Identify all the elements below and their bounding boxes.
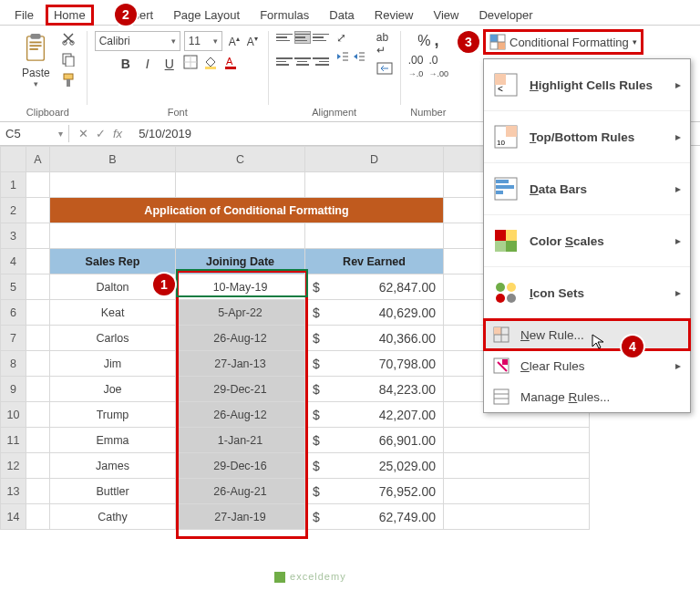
- menu-color-scales[interactable]: Color Scales ▸: [484, 215, 690, 267]
- percent-icon[interactable]: %: [417, 33, 430, 49]
- row-header[interactable]: 13: [1, 479, 26, 504]
- cell-joining-date[interactable]: 26-Aug-21: [176, 479, 305, 504]
- cell-rev-earned[interactable]: $76,952.00: [305, 479, 444, 504]
- cell-joining-date[interactable]: 5-Apr-22: [176, 300, 305, 326]
- row-header[interactable]: 3: [1, 223, 26, 249]
- row-header[interactable]: 7: [1, 326, 26, 351]
- col-header-C[interactable]: C: [176, 147, 305, 172]
- row-header[interactable]: 6: [1, 300, 26, 326]
- row-header[interactable]: 1: [1, 172, 26, 198]
- cell-rev-earned[interactable]: $25,029.00: [305, 453, 444, 479]
- row-header[interactable]: 5: [1, 274, 26, 300]
- align-left-icon[interactable]: [276, 56, 293, 68]
- conditional-formatting-button[interactable]: Conditional Formatting ▾: [483, 29, 643, 55]
- col-header-A[interactable]: A: [26, 147, 50, 172]
- font-color-icon[interactable]: A: [223, 55, 238, 72]
- cell-rev-earned[interactable]: $42,207.00: [305, 402, 444, 428]
- align-top-icon[interactable]: [276, 31, 293, 44]
- font-name-select[interactable]: Calibri▾: [95, 31, 180, 51]
- cell-rev-earned[interactable]: $70,798.00: [305, 351, 444, 377]
- cell-sales-rep[interactable]: Trump: [50, 402, 176, 428]
- underline-button[interactable]: U: [161, 57, 178, 71]
- font-size-select[interactable]: 11▾: [184, 31, 222, 51]
- cell-sales-rep[interactable]: Cathy: [50, 504, 176, 530]
- increase-indent-icon[interactable]: [353, 50, 365, 66]
- cell-joining-date[interactable]: 26-Aug-12: [176, 326, 305, 351]
- col-header-B[interactable]: B: [50, 147, 176, 172]
- align-middle-icon[interactable]: [294, 31, 311, 44]
- menu-icon-sets[interactable]: Icon Sets ▸: [484, 267, 690, 319]
- cell-joining-date[interactable]: 27-Jan-19: [176, 504, 305, 530]
- cell-joining-date[interactable]: 29-Dec-21: [176, 377, 305, 402]
- cell-rev-earned[interactable]: $40,629.00: [305, 300, 444, 326]
- increase-decimal-icon[interactable]: .00→.0: [408, 54, 424, 79]
- row-header[interactable]: 9: [1, 377, 26, 402]
- col-header-D[interactable]: D: [305, 147, 444, 172]
- align-right-icon[interactable]: [313, 56, 329, 68]
- bold-button[interactable]: B: [118, 57, 134, 71]
- decrease-indent-icon[interactable]: [336, 50, 349, 66]
- row-header[interactable]: 8: [1, 351, 26, 377]
- cell-rev-earned[interactable]: $62,749.00: [305, 504, 444, 530]
- orientation-icon[interactable]: ⤢: [336, 31, 365, 45]
- increase-font-icon[interactable]: A▴: [226, 34, 242, 49]
- tab-home[interactable]: Home: [46, 5, 93, 25]
- merge-icon[interactable]: [376, 62, 393, 78]
- enter-formula-icon[interactable]: ✓: [96, 127, 106, 140]
- align-bottom-icon[interactable]: [313, 31, 329, 44]
- align-center-icon[interactable]: [294, 56, 311, 68]
- menu-manage-rules[interactable]: Manage Rules...: [484, 381, 690, 412]
- wrap-text-icon[interactable]: ab↵: [376, 31, 393, 57]
- cell-joining-date[interactable]: 29-Dec-16: [176, 453, 305, 479]
- row-header[interactable]: 10: [1, 402, 26, 428]
- svg-rect-1: [31, 34, 41, 39]
- tab-data[interactable]: Data: [322, 5, 361, 25]
- cut-icon[interactable]: [61, 31, 79, 48]
- decrease-font-icon[interactable]: A▾: [244, 34, 261, 49]
- cell-joining-date[interactable]: 1-Jan-21: [176, 428, 305, 453]
- row-header[interactable]: 11: [1, 428, 26, 453]
- tab-view[interactable]: View: [426, 5, 466, 25]
- comma-icon[interactable]: ,: [434, 31, 438, 50]
- cell-rev-earned[interactable]: $40,366.00: [305, 326, 444, 351]
- select-all-corner[interactable]: [1, 147, 26, 172]
- cell-sales-rep[interactable]: Buttler: [50, 479, 176, 504]
- decrease-decimal-icon[interactable]: .0→.00: [428, 54, 448, 79]
- tab-page-layout[interactable]: Page Layout: [166, 5, 247, 25]
- fill-color-icon[interactable]: [203, 55, 218, 72]
- cell-rev-earned[interactable]: $66,901.00: [305, 428, 444, 453]
- copy-icon[interactable]: [61, 52, 79, 69]
- cell-sales-rep[interactable]: Emma: [50, 428, 176, 453]
- fx-icon[interactable]: fx: [113, 127, 122, 140]
- cell-joining-date[interactable]: 27-Jan-13: [176, 351, 305, 377]
- menu-new-rule[interactable]: New Rule...: [484, 319, 690, 350]
- tab-developer[interactable]: Developer: [471, 5, 540, 25]
- cell-joining-date[interactable]: 10-May-19: [176, 274, 305, 300]
- menu-top-bottom[interactable]: 10 Top/Bottom Rules ▸: [484, 111, 690, 163]
- row-header[interactable]: 4: [1, 249, 26, 274]
- menu-data-bars[interactable]: Data Bars ▸: [484, 163, 690, 215]
- row-header[interactable]: 12: [1, 453, 26, 479]
- menu-highlight-cells[interactable]: < Highlight Cells Rules ▸: [484, 59, 690, 111]
- menu-clear-rules[interactable]: Clear Rules ▸: [484, 350, 690, 381]
- formula-value[interactable]: 5/10/2019: [131, 125, 199, 142]
- cell-sales-rep[interactable]: Keat: [50, 300, 176, 326]
- row-header[interactable]: 14: [1, 504, 26, 530]
- row-header[interactable]: 2: [1, 198, 26, 223]
- cell-joining-date[interactable]: 26-Aug-12: [176, 402, 305, 428]
- cell-sales-rep[interactable]: Carlos: [50, 326, 176, 351]
- cell-rev-earned[interactable]: $84,223.00: [305, 377, 444, 402]
- format-painter-icon[interactable]: [61, 73, 79, 90]
- tab-review[interactable]: Review: [367, 5, 421, 25]
- cancel-formula-icon[interactable]: ✕: [78, 127, 88, 140]
- cell-rev-earned[interactable]: $62,847.00: [305, 274, 444, 300]
- tab-file[interactable]: File: [7, 5, 41, 25]
- paste-button[interactable]: Paste ▾: [16, 31, 56, 90]
- cell-sales-rep[interactable]: Joe: [50, 377, 176, 402]
- cell-sales-rep[interactable]: Jim: [50, 351, 176, 377]
- tab-formulas[interactable]: Formulas: [252, 5, 316, 25]
- italic-button[interactable]: I: [139, 57, 156, 71]
- name-box[interactable]: C5▾: [0, 125, 69, 142]
- cell-sales-rep[interactable]: James: [50, 453, 176, 479]
- borders-icon[interactable]: [183, 55, 198, 72]
